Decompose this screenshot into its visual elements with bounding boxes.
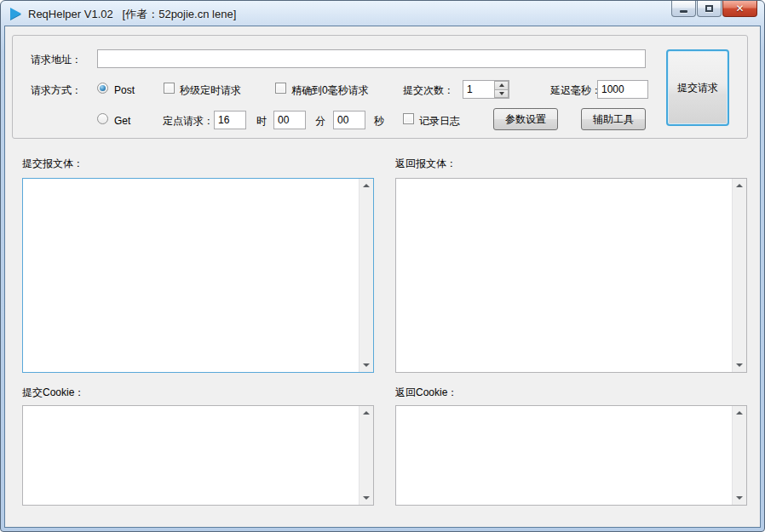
scroll-up-button[interactable] <box>359 179 373 192</box>
scroll-up-button[interactable] <box>359 406 373 420</box>
response-body-label: 返回报文体： <box>395 157 457 170</box>
method-get-label[interactable]: Get <box>114 114 130 128</box>
client-area: 请求地址： 请求方式： Post 秒级定时请求 精确到0毫秒请求 提交次数： 延… <box>4 26 761 528</box>
response-body-textarea[interactable] <box>396 179 732 372</box>
response-body-scrollbar[interactable] <box>732 179 746 372</box>
fixed-request-label: 定点请求： <box>163 114 214 128</box>
scroll-down-icon <box>363 496 370 500</box>
submit-request-button[interactable]: 提交请求 <box>666 49 729 126</box>
precise-request-label[interactable]: 精确到0毫秒请求 <box>291 83 369 97</box>
minimize-icon <box>680 10 687 13</box>
log-checkbox[interactable] <box>403 113 414 124</box>
timed-request-checkbox[interactable] <box>164 83 175 94</box>
response-cookie-scrollbar[interactable] <box>732 406 746 505</box>
count-spin-down-button[interactable] <box>494 90 509 99</box>
delay-input[interactable] <box>597 80 648 99</box>
scroll-down-button[interactable] <box>733 358 746 372</box>
response-cookie-textarea[interactable] <box>396 406 732 505</box>
scroll-down-button[interactable] <box>733 491 746 505</box>
count-spin-up-button[interactable] <box>494 81 509 90</box>
response-cookie-label: 返回Cookie： <box>395 386 457 399</box>
precise-request-checkbox[interactable] <box>275 83 286 94</box>
close-button[interactable]: ✕ <box>722 1 757 17</box>
window-title: ReqHelper V1.02 [作者：52pojie.cn lene] <box>28 7 236 22</box>
scroll-down-icon <box>363 363 370 367</box>
request-body-scrollbar[interactable] <box>359 179 373 372</box>
title-bar[interactable]: ReqHelper V1.02 [作者：52pojie.cn lene] ✕ <box>1 1 764 26</box>
minute-unit-label: 分 <box>315 114 325 128</box>
response-cookie-panel <box>395 405 747 506</box>
request-cookie-label: 提交Cookie： <box>22 386 84 399</box>
scroll-up-button[interactable] <box>733 406 746 420</box>
close-icon: ✕ <box>735 3 744 14</box>
hour-input[interactable] <box>214 111 246 129</box>
app-window: ReqHelper V1.02 [作者：52pojie.cn lene] ✕ 请… <box>0 0 765 532</box>
method-post-radio[interactable] <box>97 83 108 94</box>
scroll-up-icon <box>363 411 370 415</box>
request-body-label: 提交报文体： <box>22 157 83 170</box>
request-cookie-scrollbar[interactable] <box>359 406 373 505</box>
url-label: 请求地址： <box>31 53 82 66</box>
log-label[interactable]: 记录日志 <box>419 114 460 128</box>
scroll-down-icon <box>736 496 743 500</box>
second-input[interactable] <box>333 111 365 129</box>
spin-down-icon <box>499 92 504 95</box>
delay-label: 延迟毫秒： <box>550 83 601 97</box>
scroll-up-icon <box>363 184 370 187</box>
method-get-radio[interactable] <box>97 113 108 124</box>
request-body-panel <box>22 178 374 373</box>
response-body-panel <box>395 178 747 373</box>
submit-count-label: 提交次数： <box>403 83 454 97</box>
request-body-textarea[interactable] <box>23 179 359 372</box>
hour-unit-label: 时 <box>256 114 267 128</box>
method-post-label[interactable]: Post <box>114 83 135 97</box>
maximize-button[interactable] <box>697 1 722 17</box>
minute-input[interactable] <box>273 111 306 129</box>
maximize-icon <box>705 5 713 12</box>
scroll-down-icon <box>736 363 743 367</box>
spin-up-icon <box>499 83 504 87</box>
radio-dot-icon <box>100 85 106 91</box>
helper-tools-button[interactable]: 辅助工具 <box>581 108 646 130</box>
second-unit-label: 秒 <box>374 114 384 128</box>
scroll-down-button[interactable] <box>359 491 373 505</box>
scroll-up-icon <box>736 184 743 187</box>
app-icon <box>10 8 21 20</box>
request-cookie-panel <box>22 405 374 506</box>
scroll-down-button[interactable] <box>359 358 373 372</box>
scroll-up-button[interactable] <box>733 179 746 192</box>
url-input[interactable] <box>97 49 646 68</box>
method-label: 请求方式： <box>31 83 82 97</box>
params-settings-button[interactable]: 参数设置 <box>493 108 558 130</box>
timed-request-label[interactable]: 秒级定时请求 <box>180 83 241 97</box>
minimize-button[interactable] <box>671 1 696 17</box>
scroll-up-icon <box>736 411 743 415</box>
request-cookie-textarea[interactable] <box>23 406 359 505</box>
